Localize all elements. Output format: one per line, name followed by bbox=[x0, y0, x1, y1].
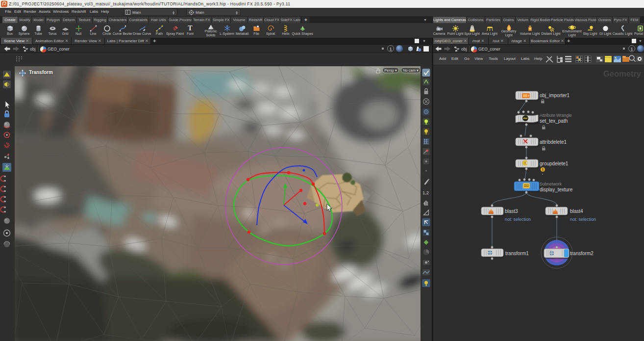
svg-text:not: selection: not: selection bbox=[570, 217, 596, 222]
svg-text:blast4: blast4 bbox=[570, 209, 583, 214]
svg-text:set_tex_path: set_tex_path bbox=[540, 118, 568, 124]
svg-text:transform1: transform1 bbox=[505, 251, 529, 256]
svg-text:obj_importer1: obj_importer1 bbox=[540, 93, 570, 98]
svg-text:blast3: blast3 bbox=[505, 209, 518, 214]
svg-text:Subnetwork: Subnetwork bbox=[540, 182, 562, 186]
svg-text:T: T bbox=[188, 25, 193, 32]
svg-text:groupdelete1: groupdelete1 bbox=[540, 161, 569, 166]
svg-text:attribdelete1: attribdelete1 bbox=[540, 139, 567, 145]
svg-text:1,2: 1,2 bbox=[422, 190, 429, 195]
svg-text:not: selection: not: selection bbox=[505, 217, 531, 222]
svg-text:Attribute Wrangle: Attribute Wrangle bbox=[540, 113, 572, 118]
svg-text:display_texture: display_texture bbox=[540, 187, 573, 192]
svg-text:transform2: transform2 bbox=[570, 251, 594, 256]
svg-text:Geometry: Geometry bbox=[603, 69, 642, 78]
